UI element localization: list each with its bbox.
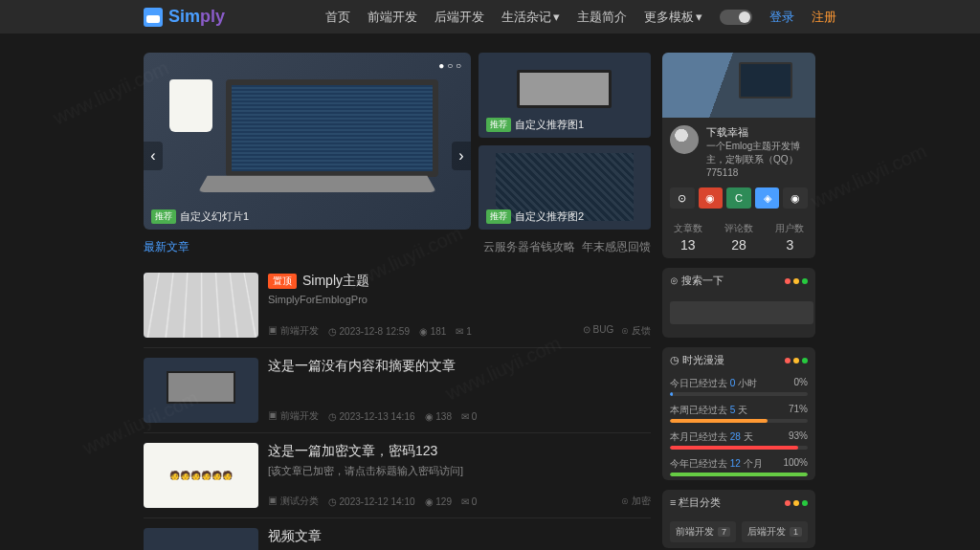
theme-toggle[interactable] (720, 10, 752, 25)
hero-thumb-1[interactable]: 推荐自定义推荐图1 (479, 53, 651, 138)
author-stats: 文章数13 评论数28 用户数3 (662, 216, 815, 258)
comment-icon: ✉ 1 (456, 326, 471, 337)
search-panel: ⊙ 搜索一下 搜索 (662, 268, 815, 338)
author-banner (662, 53, 815, 118)
register-link[interactable]: 注册 (812, 9, 836, 26)
tab-link-2[interactable]: 年末感恩回馈 (582, 240, 651, 253)
article-title-text: 视频文章 (268, 528, 322, 545)
social-links: ⊙ ◉ C ◈ ◉ (662, 187, 815, 216)
categories-panel: ≡ 栏目分类 前端开发7后端开发1 (662, 490, 815, 548)
panel-title: 时光漫漫 (682, 354, 724, 365)
login-link[interactable]: 登录 (769, 9, 794, 26)
clock-icon: ◷ (670, 354, 679, 365)
stat-label: 用户数 (765, 222, 815, 235)
comment-icon: ✉ 0 (461, 496, 477, 507)
stat-value: 13 (662, 237, 713, 253)
progress-item: 本周已经过去 5 天71% (662, 400, 815, 427)
comment-icon: ✉ 0 (461, 411, 477, 422)
panel-title: 搜索一下 (681, 275, 724, 286)
article-meta: ▣ 前端开发 ◷ 2023-12-13 14:16 ◉ 138 ✉ 0 (268, 409, 651, 423)
tag-icon: ⊙ 反馈 (621, 324, 651, 338)
recommend-tag: 推荐 (151, 209, 176, 224)
tag-icon: ⊙ 加密 (621, 495, 651, 508)
progress-item: 本月已经过去 28 天93% (662, 427, 815, 453)
slide-prev-icon[interactable]: ‹ (144, 142, 163, 170)
hero-slide[interactable]: ‹ › ● ○ ○ 推荐自定义幻灯片1 (144, 53, 471, 230)
category-item[interactable]: 前端开发7 (670, 521, 736, 542)
author-name: 下载幸福 (706, 125, 808, 140)
eye-icon: ◉ 181 (419, 326, 446, 337)
nav-home[interactable]: 首页 (325, 9, 350, 26)
eye-icon: ◉ 129 (425, 496, 452, 507)
article-desc: SimplyForEmblogPro (268, 294, 651, 305)
window-dots-icon (785, 278, 808, 284)
nav-backend[interactable]: 后端开发 (434, 9, 484, 26)
nav-more[interactable]: 更多模板 ▾ (644, 9, 702, 26)
article-thumbnail (144, 273, 258, 338)
article-tabs: 最新文章 云服务器省钱攻略 年末感恩回馈 (144, 239, 651, 255)
hero-section: ‹ › ● ○ ○ 推荐自定义幻灯片1 推荐自定义推荐图1 推荐自定义推荐图2 (144, 53, 651, 230)
slide-next-icon[interactable]: › (452, 142, 471, 170)
sidebar: 下载幸福 一个Emlog主题开发博主，定制联系（QQ）775118 ⊙ ◉ C … (662, 53, 815, 550)
nav: 首页 前端开发 后端开发 生活杂记 ▾ 主题简介 更多模板 ▾ 登录 注册 (325, 9, 836, 26)
stat-label: 评论数 (713, 222, 764, 235)
progress-item: 今日已经过去 0 小时0% (662, 373, 815, 400)
recommend-tag: 推荐 (486, 209, 511, 224)
chevron-down-icon: ▾ (696, 10, 702, 24)
recommend-tag: 推荐 (486, 118, 511, 132)
article-meta: ▣ 测试分类 ◷ 2023-12-12 14:10 ◉ 129 ✉ 0 ⊙ 加密 (268, 495, 651, 508)
stat-label: 文章数 (662, 222, 713, 235)
tab-link-1[interactable]: 云服务器省钱攻略 (483, 240, 575, 253)
nav-frontend[interactable]: 前端开发 (368, 9, 417, 26)
stat-value: 3 (765, 237, 815, 253)
panel-title: 栏目分类 (679, 496, 721, 508)
article-title-text: 这是一篇没有内容和摘要的文章 (268, 358, 456, 375)
category-item[interactable]: 后端开发1 (742, 521, 808, 542)
article-thumbnail (144, 528, 258, 550)
weibo-icon[interactable]: ◉ (699, 187, 724, 209)
hero-thumb-title: 自定义推荐图2 (515, 209, 584, 224)
time-panel: ◷ 时光漫漫 今日已经过去 0 小时0%本周已经过去 5 天71%本月已经过去 … (662, 347, 815, 480)
article-title-text: Simply主题 (302, 273, 369, 290)
progress-item: 今年已经过去 12 个月100% (662, 453, 815, 480)
category-icon: ▣ 前端开发 (268, 324, 319, 338)
github-icon[interactable]: ⊙ (670, 187, 695, 209)
eye-icon: ◉ 138 (425, 411, 452, 422)
window-dots-icon (785, 500, 808, 506)
stat-value: 28 (713, 237, 764, 253)
slide-indicators[interactable]: ● ○ ○ (438, 60, 461, 71)
article-title-text: 这是一篇加密文章，密码123 (268, 443, 437, 460)
search-icon: ⊙ (670, 275, 679, 286)
clock-icon: ◷ 2023-12-13 14:16 (328, 411, 415, 422)
chevron-down-icon: ▾ (553, 10, 560, 24)
author-card: 下载幸福 一个Emlog主题开发博主，定制联系（QQ）775118 ⊙ ◉ C … (662, 53, 815, 258)
article-thumbnail (144, 358, 258, 423)
hero-title: 自定义幻灯片1 (180, 209, 249, 224)
window-dots-icon (785, 358, 808, 363)
hero-thumb-2[interactable]: 推荐自定义推荐图2 (479, 145, 651, 231)
tab-latest[interactable]: 最新文章 (144, 239, 189, 255)
avatar (670, 125, 699, 154)
logo-icon (144, 8, 163, 27)
article-item[interactable]: 视频文章 (144, 518, 651, 550)
category-icon: ▣ 测试分类 (268, 495, 319, 508)
main-content: ‹ › ● ○ ○ 推荐自定义幻灯片1 推荐自定义推荐图1 推荐自定义推荐图2 … (144, 53, 651, 550)
clock-icon: ◷ 2023-12-12 14:10 (328, 496, 415, 507)
category-icon: ▣ 前端开发 (268, 409, 319, 423)
article-meta: ▣ 前端开发 ◷ 2023-12-8 12:59 ◉ 181 ✉ 1 ⊙ BUG… (268, 324, 651, 338)
layers-icon[interactable]: ◈ (755, 187, 780, 209)
wechat-icon[interactable]: C (726, 187, 751, 209)
list-icon: ≡ (670, 496, 676, 508)
nav-theme[interactable]: 主题简介 (577, 9, 627, 26)
clock-icon: ◷ 2023-12-8 12:59 (328, 326, 410, 337)
article-item[interactable]: 这是一篇没有内容和摘要的文章 ▣ 前端开发 ◷ 2023-12-13 14:16… (144, 348, 651, 433)
logo[interactable]: Simply (144, 7, 225, 27)
hero-thumb-title: 自定义推荐图1 (515, 118, 584, 132)
article-thumbnail: 🧑🧑🧑🧑🧑🧑 (144, 443, 258, 508)
qq-icon[interactable]: ◉ (783, 187, 808, 209)
article-item[interactable]: 置顶Simply主题 SimplyForEmblogPro ▣ 前端开发 ◷ 2… (144, 263, 651, 348)
author-desc: 一个Emlog主题开发博主，定制联系（QQ）775118 (706, 140, 808, 180)
nav-life[interactable]: 生活杂记 ▾ (501, 9, 560, 26)
article-item[interactable]: 🧑🧑🧑🧑🧑🧑 这是一篇加密文章，密码123 [该文章已加密，请点击标题输入密码访… (144, 433, 651, 518)
search-input[interactable] (670, 301, 813, 324)
